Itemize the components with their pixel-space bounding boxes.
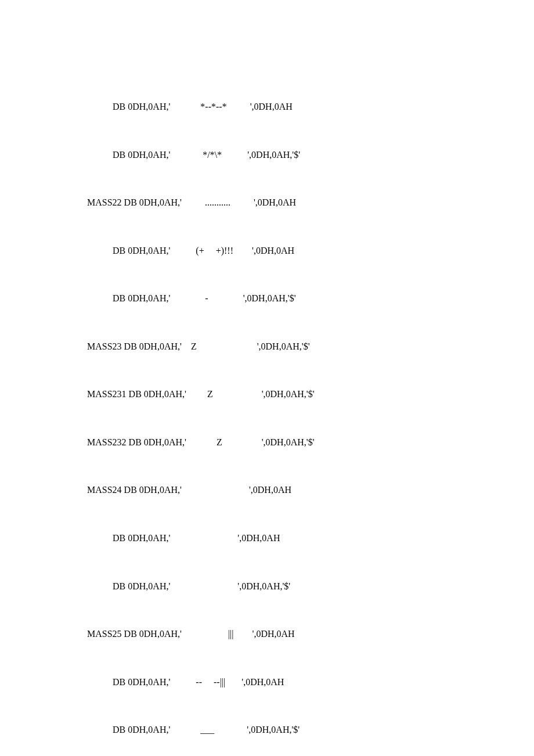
code-line: DB 0DH,0AH,' ',0DH,0AH,'$' (87, 578, 447, 595)
code-line: MASS231 DB 0DH,0AH,' Z ',0DH,0AH,'$' (87, 386, 447, 402)
code-line: DB 0DH,0AH,' *--*--* ',0DH,0AH (87, 99, 447, 115)
code-line: MASS22 DB 0DH,0AH,' ........... ',0DH,0A… (87, 195, 447, 211)
code-line: DB 0DH,0AH,' ',0DH,0AH (87, 530, 447, 546)
code-line: DB 0DH,0AH,' -- --||| ',0DH,0AH (87, 674, 447, 690)
code-line: MASS23 DB 0DH,0AH,' Z ',0DH,0AH,'$' (87, 339, 447, 355)
code-line: DB 0DH,0AH,' - ',0DH,0AH,'$' (87, 290, 447, 307)
document-page: DB 0DH,0AH,' *--*--* ',0DH,0AH DB 0DH,0A… (0, 0, 534, 756)
code-line: MASS24 DB 0DH,0AH,' ',0DH,0AH (87, 482, 447, 498)
code-line: DB 0DH,0AH,' (+ +)!!! ',0DH,0AH (87, 243, 447, 259)
code-line: DB 0DH,0AH,' */*\* ',0DH,0AH,'$' (87, 147, 447, 163)
code-line: MASS25 DB 0DH,0AH,' ||| ',0DH,0AH (87, 626, 447, 642)
code-line: DB 0DH,0AH,' ___ ',0DH,0AH,'$' (87, 722, 447, 738)
code-line: MASS232 DB 0DH,0AH,' Z ',0DH,0AH,'$' (87, 434, 447, 451)
